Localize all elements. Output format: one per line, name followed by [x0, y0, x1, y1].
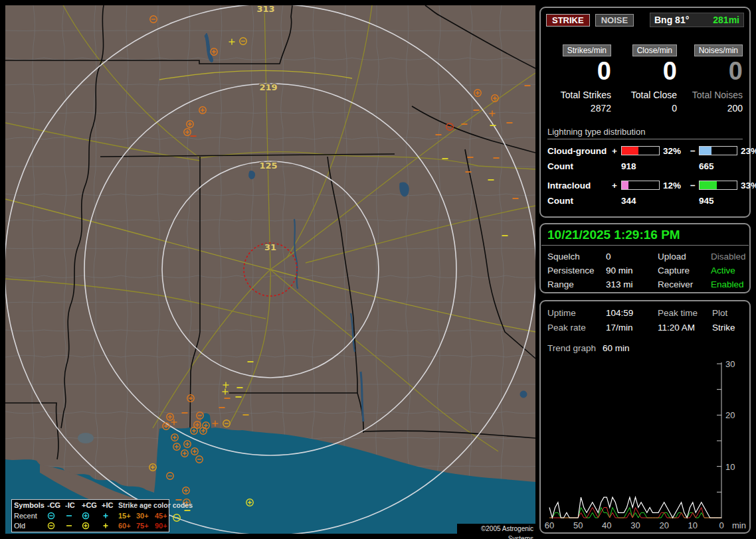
svg-text:60: 60: [545, 520, 554, 530]
noises-column: Noises/min 0 Total Noises 200: [679, 44, 743, 114]
total-close-label: Total Close: [613, 90, 677, 100]
plus-icon: [102, 522, 118, 530]
capture-status: Active: [711, 266, 746, 275]
receiver-status: Enabled: [711, 279, 746, 289]
lightning-map[interactable]: 31321912531: [5, 5, 535, 534]
nexstorm-window: 31321912531 Symbols -CG -IC +CG +IC Stri…: [0, 0, 756, 539]
persistence-label: Persistence: [547, 266, 606, 275]
ic-negative-pct: 33%: [737, 181, 756, 191]
legend-header-pic: +IC: [102, 501, 118, 509]
age-code: 30+: [136, 512, 155, 520]
minus-sign: −: [690, 146, 699, 156]
age-code: 75+: [136, 522, 155, 530]
peak-rate-value: 17/min: [606, 323, 658, 333]
plus-icon: [102, 512, 118, 520]
ic-negative-bar: [699, 181, 737, 190]
total-noises-value: 200: [679, 103, 743, 114]
svg-text:30: 30: [725, 359, 735, 369]
noises-rate: 0: [679, 58, 743, 85]
range-value: 313 mi: [606, 279, 658, 289]
ring-distance-label: 313: [256, 5, 274, 14]
upload-label: Upload: [658, 252, 711, 262]
ic-positive-bar: [621, 181, 660, 190]
status-panel: 10/21/2025 1:29:16 PM Squelch 0 Upload D…: [539, 223, 751, 293]
total-strikes-value: 2872: [547, 103, 611, 114]
plot-value: Strike: [712, 323, 743, 333]
legend-row-label: Old: [14, 522, 47, 530]
datetime-display: 10/21/2025 1:29:16 PM: [541, 224, 749, 246]
circle-plus-icon: [82, 522, 102, 530]
total-noises-label: Total Noises: [679, 90, 743, 100]
peak-time-label: Peak time: [658, 308, 712, 318]
strike-counters-panel: STRIKE NOISE Bng 81° 281mi Strikes/min 0…: [539, 7, 751, 218]
ring-distance-label: 125: [259, 161, 277, 171]
capture-label: Capture: [658, 266, 711, 275]
ring-distance-label: 31: [264, 242, 276, 252]
squelch-value: 0: [606, 252, 658, 262]
circle-minus-icon: [47, 522, 65, 530]
peak-rate-label: Peak rate: [547, 323, 606, 333]
receiver-label: Receiver: [658, 279, 711, 289]
total-close-value: 0: [613, 103, 677, 114]
cg-negative-count: 665: [699, 161, 756, 171]
cg-positive-pct: 32%: [660, 146, 690, 156]
age-code: 60+: [118, 522, 136, 530]
uptime-label: Uptime: [547, 308, 606, 318]
persistence-value: 90 min: [606, 266, 658, 275]
close-column: Close/min 0 Total Close 0: [613, 44, 677, 114]
strikes-column: Strikes/min 0 Total Strikes 2872: [547, 44, 611, 114]
noise-mode-button[interactable]: NOISE: [595, 14, 634, 27]
ring-distance-label: 219: [259, 82, 277, 92]
ic-positive-pct: 12%: [660, 181, 690, 191]
count-label: Count: [547, 161, 612, 171]
svg-text:20: 20: [659, 520, 668, 530]
legend-header-nic: -IC: [65, 501, 82, 509]
trend-graph-label: Trend graph: [547, 343, 596, 353]
squelch-label: Squelch: [547, 252, 606, 262]
age-code: 15+: [118, 512, 136, 520]
peak-time-value: 11:20 AM: [658, 323, 712, 333]
svg-text:20: 20: [725, 410, 735, 420]
total-strikes-label: Total Strikes: [547, 90, 611, 100]
legend-row-label: Recent: [14, 512, 47, 520]
minus-icon: [65, 512, 82, 520]
minus-sign: −: [690, 181, 699, 191]
cg-negative-bar: [699, 146, 737, 155]
svg-text:0: 0: [719, 520, 723, 530]
trend-chart: 1020306050403020100min: [543, 358, 748, 532]
legend-header-ncg: -CG: [47, 501, 65, 509]
ic-negative-count: 945: [699, 196, 756, 206]
legend-header-pcg: +CG: [82, 501, 102, 509]
bearing-value: Bng 81°: [654, 15, 689, 25]
age-code: 45+: [155, 512, 173, 520]
legend-age-title: Strike age color codes: [118, 501, 173, 509]
copyright-notice: ©2005 Astrogenic Systems: [457, 524, 535, 534]
upload-status: Disabled: [711, 252, 746, 262]
distribution-title: Lightning type distribution: [547, 127, 743, 139]
uptime-value: 104:59: [606, 308, 658, 318]
svg-text:40: 40: [602, 520, 611, 530]
svg-text:30: 30: [630, 520, 640, 530]
close-per-min-button[interactable]: Close/min: [632, 44, 677, 56]
bearing-distance: 281mi: [713, 15, 739, 25]
cg-negative-pct: 23%: [737, 146, 756, 156]
age-code: 90+: [155, 522, 173, 530]
session-trend-panel: Uptime 104:59 Peak time Plot Peak rate 1…: [539, 300, 751, 534]
cg-positive-bar: [621, 146, 660, 155]
strikes-per-min-button[interactable]: Strikes/min: [563, 44, 611, 56]
plus-sign: +: [612, 146, 621, 156]
minus-icon: [65, 522, 82, 530]
circle-minus-icon: [47, 512, 65, 520]
range-label: Range: [547, 279, 606, 289]
count-label: Count: [547, 196, 612, 206]
noises-per-min-button[interactable]: Noises/min: [694, 44, 743, 56]
trend-graph-value: 60 min: [603, 343, 630, 353]
circle-plus-icon: [82, 512, 102, 520]
svg-text:10: 10: [725, 462, 735, 472]
intracloud-label: Intracloud: [547, 181, 612, 191]
strike-mode-button[interactable]: STRIKE: [546, 14, 590, 27]
ic-positive-count: 344: [621, 196, 690, 206]
svg-text:50: 50: [573, 520, 583, 530]
bearing-display: Bng 81° 281mi: [650, 13, 744, 27]
close-rate: 0: [613, 58, 677, 85]
